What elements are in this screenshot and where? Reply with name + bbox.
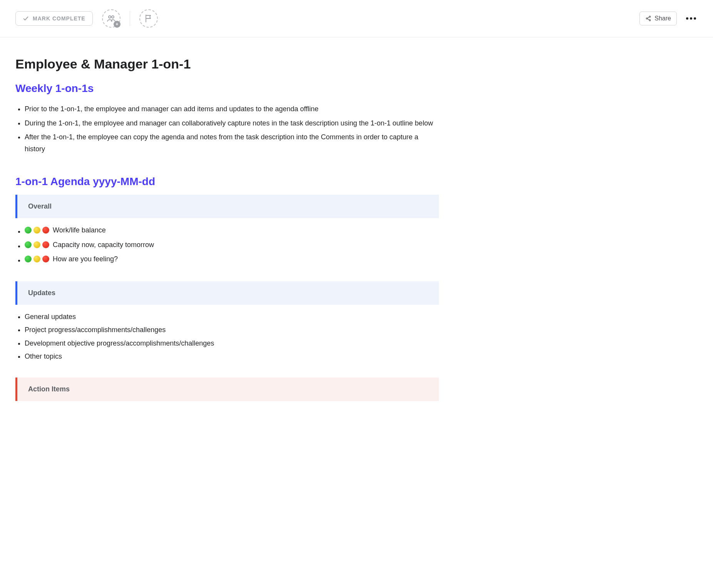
flag-icon xyxy=(144,14,153,23)
weekly-list: Prior to the 1-on-1, the employee and ma… xyxy=(15,103,439,155)
overall-list: Work/life balance Capacity now, capacity… xyxy=(15,224,439,267)
vertical-separator xyxy=(130,11,130,26)
action-items-callout: Action Items xyxy=(15,378,439,401)
share-icon xyxy=(645,15,651,22)
list-item: Prior to the 1-on-1, the employee and ma… xyxy=(25,103,439,115)
status-circle-red-icon xyxy=(42,256,49,262)
svg-point-0 xyxy=(109,16,111,18)
more-dot-icon xyxy=(686,17,688,20)
status-circle-red-icon xyxy=(42,227,49,234)
header-bar: MARK COMPLETE + xyxy=(0,0,713,37)
updates-list: General updates Project progress/accompl… xyxy=(15,310,439,363)
svg-line-5 xyxy=(648,17,649,18)
list-item: After the 1-on-1, the employee can copy … xyxy=(25,131,439,155)
status-circle-red-icon xyxy=(42,241,49,248)
plus-icon: + xyxy=(114,21,121,28)
status-circle-yellow-icon xyxy=(33,241,40,248)
action-items-title: Action Items xyxy=(28,385,428,393)
main-content: Employee & Manager 1-on-1 Weekly 1-on-1s… xyxy=(0,37,454,437)
mark-complete-label: MARK COMPLETE xyxy=(33,15,85,22)
list-item: Other topics xyxy=(25,350,439,363)
check-icon xyxy=(23,15,29,22)
list-item: Project progress/accomplishments/challen… xyxy=(25,323,439,336)
updates-title: Updates xyxy=(28,289,428,297)
item-text: How are you feeling? xyxy=(53,252,118,266)
list-item: Work/life balance xyxy=(25,224,439,238)
list-item: During the 1-on-1, the employee and mana… xyxy=(25,117,439,129)
list-item: Capacity now, capacity tomorrow xyxy=(25,238,439,252)
overall-callout: Overall xyxy=(15,195,439,218)
page-title: Employee & Manager 1-on-1 xyxy=(15,57,439,72)
more-dot-icon xyxy=(694,17,696,20)
overall-title: Overall xyxy=(28,202,428,210)
status-circle-green-icon xyxy=(25,227,32,234)
list-item: General updates xyxy=(25,310,439,323)
weekly-heading: Weekly 1-on-1s xyxy=(15,82,439,95)
agenda-heading: 1-on-1 Agenda yyyy-MM-dd xyxy=(15,175,439,188)
share-label: Share xyxy=(654,15,671,22)
header-left: MARK COMPLETE + xyxy=(15,9,158,28)
list-item: How are you feeling? xyxy=(25,252,439,267)
status-circle-yellow-icon xyxy=(33,227,40,234)
svg-point-1 xyxy=(112,16,114,18)
mark-complete-button[interactable]: MARK COMPLETE xyxy=(15,11,93,26)
item-text: Work/life balance xyxy=(53,224,106,237)
svg-line-6 xyxy=(648,19,649,20)
more-dot-icon xyxy=(690,17,692,20)
status-circle-green-icon xyxy=(25,241,32,248)
header-right: Share xyxy=(639,12,698,25)
list-item: Development objective progress/accomplis… xyxy=(25,337,439,350)
add-people-button[interactable]: + xyxy=(102,9,121,28)
status-circle-yellow-icon xyxy=(33,256,40,262)
item-text: Capacity now, capacity tomorrow xyxy=(53,238,154,251)
share-button[interactable]: Share xyxy=(639,12,677,25)
updates-callout: Updates xyxy=(15,281,439,305)
flag-button[interactable] xyxy=(139,9,158,28)
more-menu-button[interactable] xyxy=(685,16,698,21)
status-circle-green-icon xyxy=(25,256,32,262)
